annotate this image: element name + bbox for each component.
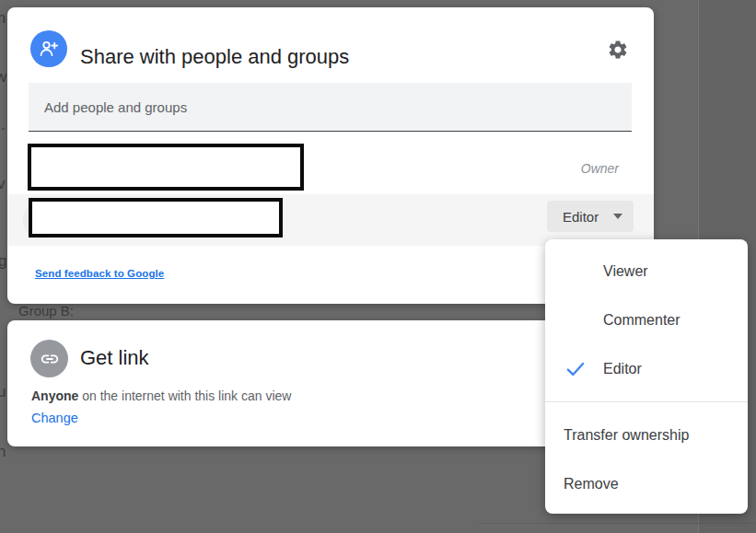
background-text-fragment: w <box>0 68 6 87</box>
link-access-description: Anyone on the internet with this link ca… <box>31 388 291 403</box>
menu-item-transfer-ownership[interactable]: Transfer ownership <box>545 411 748 459</box>
menu-item-label: Commenter <box>603 312 680 329</box>
redaction-box-editor-name <box>29 198 283 238</box>
background-text-fragment: m <box>0 9 6 28</box>
menu-item-editor[interactable]: Editor <box>545 344 748 393</box>
add-people-input[interactable] <box>29 83 632 132</box>
background-group-label: Group B: <box>18 303 74 319</box>
send-feedback-link[interactable]: Send feedback to Google <box>35 268 164 279</box>
background-text-fragment: v <box>0 175 6 193</box>
background-text-fragment: n <box>0 443 6 461</box>
menu-item-label: Remove <box>564 476 619 492</box>
background-text-fragment: . <box>1 116 6 134</box>
menu-item-label: Transfer ownership <box>564 427 689 444</box>
role-dropdown-label: Editor <box>563 209 599 225</box>
redaction-box-owner-name <box>28 144 304 191</box>
menu-item-remove[interactable]: Remove <box>545 459 748 508</box>
check-icon <box>564 357 587 381</box>
gear-icon[interactable] <box>607 39 629 61</box>
access-scope: Anyone <box>31 388 78 403</box>
link-icon <box>30 340 68 377</box>
menu-item-commenter[interactable]: Commenter <box>545 295 748 344</box>
backdrop-table-line <box>479 523 756 524</box>
role-dropdown-button[interactable]: Editor <box>547 201 634 232</box>
access-detail: on the internet with this link can view <box>78 388 291 403</box>
caret-down-icon <box>613 214 622 219</box>
menu-item-label: Viewer <box>603 263 648 280</box>
role-menu: Viewer Commenter Editor Transfer ownersh… <box>545 239 748 514</box>
owner-role-label: Owner <box>581 161 619 176</box>
menu-divider <box>545 401 748 402</box>
get-link-title: Get link <box>80 346 149 370</box>
background-text-fragment: u <box>0 383 6 401</box>
change-link[interactable]: Change <box>31 411 78 425</box>
share-dialog-title: Share with people and groups <box>80 45 349 69</box>
person-add-icon <box>30 30 67 67</box>
menu-item-viewer[interactable]: Viewer <box>545 247 748 295</box>
background-text-fragment: g <box>0 252 6 271</box>
menu-item-label: Editor <box>603 361 642 377</box>
